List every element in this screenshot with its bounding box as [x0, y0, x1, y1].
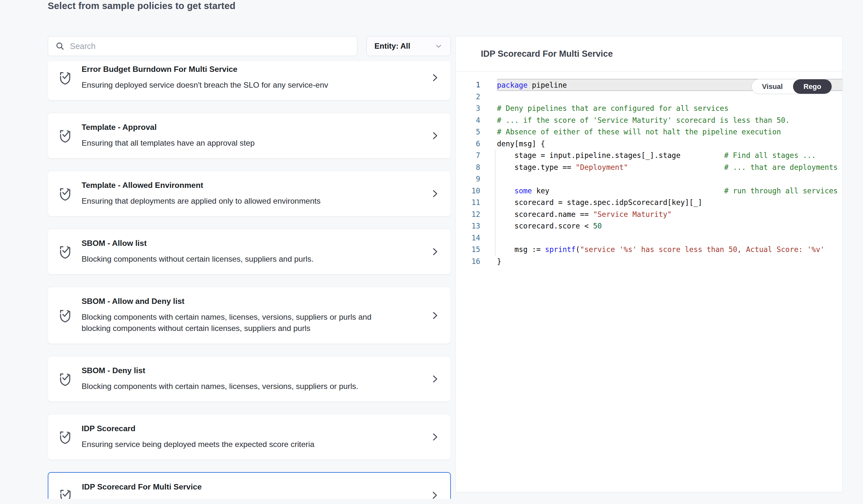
shield-check-icon	[58, 127, 73, 145]
shield-check-icon	[58, 428, 73, 446]
policy-card[interactable]: IDP Scorecard For Multi Service Ensuring…	[48, 472, 451, 499]
policy-card-text: IDP Scorecard Ensuring service being dep…	[82, 424, 420, 450]
line-number: 3	[456, 102, 480, 114]
search-icon	[55, 41, 65, 51]
tab-rego[interactable]: Rego	[793, 79, 832, 94]
line-number: 4	[456, 114, 480, 126]
policy-detail-title: IDP Scorecard For Multi Service	[481, 49, 613, 59]
policy-title: Template - Approval	[82, 123, 420, 132]
policy-title: IDP Scorecard For Multi Service	[82, 482, 419, 491]
code-text: msg := sprintf("service '%s' has score l…	[497, 244, 842, 256]
code-line: 3# Deny pipelines that are configured fo…	[456, 102, 842, 114]
chevron-right-icon[interactable]	[429, 374, 440, 385]
policy-title: SBOM - Allow list	[82, 239, 420, 248]
chevron-right-icon[interactable]	[429, 431, 440, 442]
policy-card-text: SBOM - Allow and Deny list Blocking comp…	[82, 297, 420, 334]
code-text: # Absence of either of these will not ha…	[497, 126, 842, 138]
policy-description: Ensuring services being deployed meets t…	[82, 497, 374, 499]
code-line: 10 some key # run through all services	[456, 185, 842, 197]
view-toggle[interactable]: Visual Rego	[751, 79, 832, 94]
policy-description: Blocking components without certain lice…	[82, 253, 373, 264]
code-line: 9	[456, 173, 842, 185]
policy-card[interactable]: SBOM - Allow list Blocking components wi…	[48, 229, 451, 274]
shield-check-icon	[58, 69, 73, 87]
line-number: 1	[456, 79, 480, 91]
line-number: 14	[456, 232, 480, 244]
line-number: 12	[456, 208, 480, 220]
code-text: scorecard.score < 50	[497, 220, 842, 232]
line-number: 5	[456, 126, 480, 138]
policy-title: SBOM - Allow and Deny list	[82, 297, 420, 306]
code-editor: 1package pipeline23# Deny pipelines that…	[456, 72, 842, 267]
policy-card-text: SBOM - Allow list Blocking components wi…	[82, 239, 420, 264]
code-line: 15 msg := sprintf("service '%s' has scor…	[456, 244, 842, 256]
policy-title: Template - Allowed Environment	[82, 181, 420, 190]
code-line: 7 stage = input.pipeline.stages[_].stage…	[456, 150, 842, 161]
policy-card-text: Error Budget Burndown For Multi Service …	[82, 65, 420, 91]
code-line: 8 stage.type == "Deployment" # ... that …	[456, 161, 842, 173]
policy-description: Ensuring deployed service doesn't breach…	[82, 79, 373, 91]
tab-visual[interactable]: Visual	[752, 79, 793, 94]
chevron-right-icon[interactable]	[429, 310, 440, 321]
code-text: some key # run through all services	[497, 185, 842, 197]
line-number: 8	[456, 161, 480, 173]
policy-browser: Entity: All Error Budget Burndown For Mu…	[48, 36, 451, 499]
code-text: # ... if the score of 'Service Maturity'…	[497, 114, 842, 126]
code-line: 11 scorecard = stage.spec.idpScorecard[k…	[456, 197, 842, 208]
code-text	[497, 232, 842, 244]
policy-card[interactable]: Template - Allowed Environment Ensuring …	[48, 171, 451, 217]
policy-card-text: IDP Scorecard For Multi Service Ensuring…	[82, 482, 419, 499]
code-line: 12 scorecard.name == "Service Maturity"	[456, 208, 842, 220]
chevron-right-icon[interactable]	[429, 130, 440, 141]
code-line: 16}	[456, 256, 842, 268]
line-number: 7	[456, 150, 480, 161]
chevron-right-icon[interactable]	[429, 188, 440, 199]
entity-filter-dropdown[interactable]: Entity: All	[366, 36, 451, 56]
shield-check-icon	[58, 307, 73, 324]
policy-description: Blocking components with certain names, …	[82, 311, 373, 334]
policy-card-text: SBOM - Deny list Blocking components wit…	[82, 366, 420, 392]
policy-card[interactable]: Error Budget Burndown For Multi Service …	[48, 61, 451, 101]
chevron-right-icon[interactable]	[428, 490, 439, 499]
code-line: 14	[456, 232, 842, 244]
policy-description: Ensuring service being deployed meets th…	[82, 439, 373, 450]
code-text: scorecard = stage.spec.idpScorecard[key]…	[497, 197, 842, 208]
policy-card[interactable]: SBOM - Allow and Deny list Blocking comp…	[48, 287, 451, 344]
code-line: 6deny[msg] {	[456, 138, 842, 150]
code-text: # Deny pipelines that are configured for…	[497, 102, 842, 114]
line-number: 13	[456, 220, 480, 232]
policy-description: Blocking components with certain names, …	[82, 380, 373, 392]
search-input[interactable]	[70, 41, 350, 51]
code-line: 4# ... if the score of 'Service Maturity…	[456, 114, 842, 126]
policy-card[interactable]: Template - Approval Ensuring that all te…	[48, 113, 451, 158]
policy-card[interactable]: SBOM - Deny list Blocking components wit…	[48, 356, 451, 402]
policy-detail-panel: IDP Scorecard For Multi Service Visual R…	[455, 36, 843, 492]
code-line: 13 scorecard.score < 50	[456, 220, 842, 232]
search-box[interactable]	[48, 36, 357, 56]
policy-description: Ensuring that all templates have an appr…	[82, 137, 373, 148]
entity-filter-label: Entity: All	[374, 41, 410, 51]
line-number: 16	[456, 256, 480, 268]
line-number: 9	[456, 173, 480, 185]
policy-title: Error Budget Burndown For Multi Service	[82, 65, 420, 74]
code-text: stage = input.pipeline.stages[_].stage #…	[497, 150, 842, 161]
shield-check-icon	[58, 243, 73, 261]
policy-title: SBOM - Deny list	[82, 366, 420, 375]
chevron-right-icon[interactable]	[429, 72, 440, 83]
line-number: 10	[456, 185, 480, 197]
page-title: Select from sample policies to get start…	[48, 0, 235, 13]
policy-card-text: Template - Approval Ensuring that all te…	[82, 123, 420, 148]
line-number: 2	[456, 91, 480, 103]
policy-list: Error Budget Burndown For Multi Service …	[48, 61, 451, 499]
chevron-right-icon[interactable]	[429, 246, 440, 257]
shield-check-icon	[58, 486, 73, 499]
code-text: }	[497, 256, 842, 268]
policy-card[interactable]: IDP Scorecard Ensuring service being dep…	[48, 414, 451, 460]
policy-card-text: Template - Allowed Environment Ensuring …	[82, 181, 420, 207]
line-number: 6	[456, 138, 480, 150]
code-text: deny[msg] {	[497, 138, 842, 150]
policy-description: Ensuring that deployments are applied on…	[82, 195, 373, 207]
shield-check-icon	[58, 185, 73, 203]
policy-title: IDP Scorecard	[82, 424, 420, 433]
shield-check-icon	[58, 370, 73, 388]
